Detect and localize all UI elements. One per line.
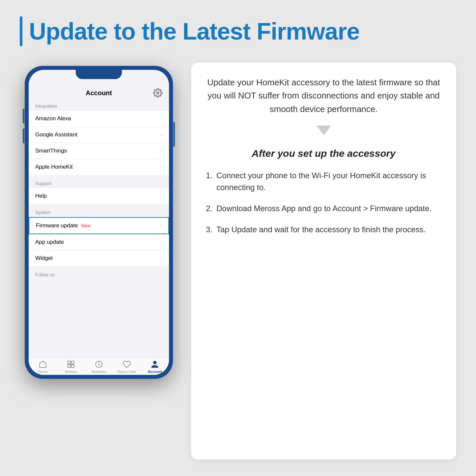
support-group: Help ›	[29, 188, 169, 204]
page-title: Update to the Latest Firmware	[29, 18, 359, 45]
steps-list: 1. Connect your phone to the Wi-Fi your …	[206, 170, 441, 245]
section-separator-3	[29, 266, 169, 269]
chevron-icon: ›	[161, 239, 162, 245]
support-label: Support	[29, 178, 169, 188]
phone-side-btn-1	[23, 109, 24, 124]
after-title: After you set up the accessory	[206, 147, 441, 160]
widget-item[interactable]: Widget ›	[29, 250, 169, 266]
apple-homekit-item[interactable]: Apple HomeKit ›	[29, 159, 169, 175]
tab-home-label: Home	[38, 370, 47, 374]
phone-device: Account Integration Amazon Alexa	[25, 66, 173, 379]
screen-content: Integration Amazon Alexa › Google Assist…	[29, 100, 169, 357]
description-text: Update your HomeKit accessory to the lat…	[206, 76, 441, 116]
step-1-number: 1.	[206, 170, 212, 182]
step-2-number: 2.	[206, 203, 212, 214]
svg-rect-2	[71, 361, 74, 364]
tab-savvy-label: Savvy User	[118, 370, 136, 374]
firmware-update-item[interactable]: Firmware update New ›	[29, 217, 169, 234]
follow-us-label: Follow us	[29, 269, 169, 279]
google-assistant-item[interactable]: Google Assistant ›	[29, 127, 169, 143]
step-2-text: Download Meross App and go to Account > …	[216, 203, 432, 214]
right-panel: Update your HomeKit accessory to the lat…	[191, 63, 456, 460]
app-update-item[interactable]: App update ›	[29, 234, 169, 250]
system-group: Firmware update New › App update › Widge…	[29, 217, 169, 266]
svg-rect-1	[68, 361, 70, 364]
settings-icon[interactable]	[153, 88, 162, 98]
scenes-icon	[67, 360, 75, 369]
header-bar-decoration	[20, 16, 22, 46]
chevron-icon: ›	[161, 164, 162, 170]
arrow-down-icon	[317, 126, 331, 135]
amazon-alexa-item[interactable]: Amazon Alexa ›	[29, 111, 169, 127]
home-icon	[39, 360, 47, 369]
step-1: 1. Connect your phone to the Wi-Fi your …	[206, 170, 441, 193]
account-icon	[151, 360, 159, 369]
tab-savvy-user[interactable]: Savvy User	[113, 360, 141, 374]
tab-scenes[interactable]: Scenes	[57, 360, 85, 374]
tab-routines-label: Routines	[92, 370, 106, 374]
system-label: System	[29, 207, 169, 217]
svg-rect-3	[68, 365, 70, 368]
tab-routines[interactable]: Routines	[85, 360, 113, 374]
tab-scenes-label: Scenes	[65, 370, 77, 374]
routines-icon	[95, 360, 103, 369]
svg-rect-4	[71, 365, 74, 368]
tab-account[interactable]: Account	[141, 360, 169, 374]
step-3-text: Tap Update and wait for the accessory to…	[216, 224, 426, 236]
phone-side-btn-3	[173, 122, 175, 147]
svg-point-0	[157, 92, 159, 94]
step-3: 3. Tap Update and wait for the accessory…	[206, 224, 441, 236]
step-3-number: 3.	[206, 224, 212, 236]
status-bar	[29, 79, 169, 86]
chevron-icon: ›	[161, 193, 162, 199]
section-separator	[29, 175, 169, 178]
step-1-text: Connect your phone to the Wi-Fi your Hom…	[216, 170, 441, 193]
new-badge: New	[81, 223, 91, 228]
nav-bar: Account	[29, 86, 169, 100]
step-2: 2. Download Meross App and go to Account…	[206, 203, 441, 214]
tab-bar: Home Scenes	[29, 357, 169, 375]
chevron-icon: ›	[161, 116, 162, 122]
tab-account-label: Account	[148, 370, 162, 374]
integration-label: Integration	[29, 100, 169, 111]
chevron-icon: ›	[161, 132, 162, 138]
chevron-icon: ›	[161, 255, 162, 261]
phone-notch	[76, 70, 122, 79]
integration-group: Amazon Alexa › Google Assistant › SmartT…	[29, 111, 169, 175]
chevron-icon: ›	[160, 223, 162, 229]
header: Update to the Latest Firmware	[20, 16, 456, 46]
smartthings-item[interactable]: SmartThings ›	[29, 143, 169, 159]
phone-side-btn-2	[23, 128, 24, 143]
phone-screen: Account Integration Amazon Alexa	[29, 70, 169, 375]
phone-wrapper: Account Integration Amazon Alexa	[20, 63, 178, 460]
screen-title: Account	[86, 89, 112, 97]
savvy-icon	[123, 360, 131, 369]
main-content: Account Integration Amazon Alexa	[20, 63, 456, 460]
help-item[interactable]: Help ›	[29, 188, 169, 204]
tab-home[interactable]: Home	[29, 360, 57, 374]
chevron-icon: ›	[161, 148, 162, 154]
section-separator-2	[29, 204, 169, 207]
page-container: Update to the Latest Firmware Account	[0, 0, 476, 476]
